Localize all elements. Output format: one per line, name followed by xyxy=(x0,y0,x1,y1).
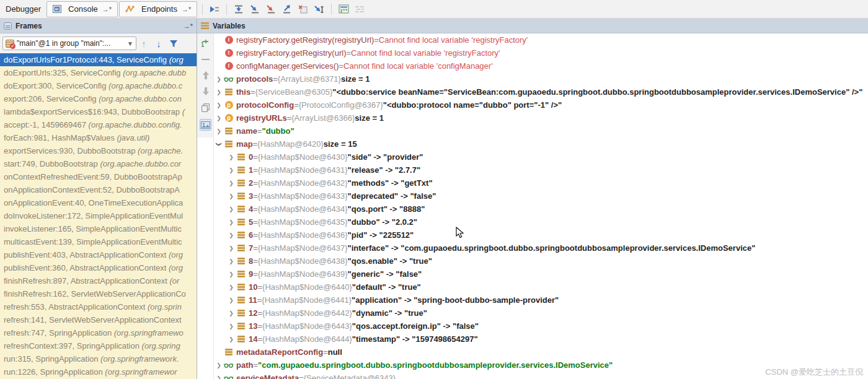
chevron-collapsed-icon[interactable]: ❯ xyxy=(226,297,236,303)
chevron-collapsed-icon[interactable]: ❯ xyxy=(226,167,236,173)
step-over-button[interactable] xyxy=(231,2,247,17)
variable-row[interactable]: ❯4 = {HashMap$Node@6434} "qos.port" -> "… xyxy=(214,203,868,216)
variable-row[interactable]: metadataReportConfig = null xyxy=(214,346,868,359)
frame-row[interactable]: accept:-1, 1459669467 (org.apache.dubbo.… xyxy=(0,118,197,131)
variable-row[interactable]: ❯map = {HashMap@6420} size = 15 xyxy=(214,137,868,150)
step-into-button[interactable] xyxy=(247,2,263,17)
chevron-collapsed-icon[interactable]: ❯ xyxy=(214,362,224,368)
frame-row[interactable]: finishRefresh:162, ServletWebServerAppli… xyxy=(0,287,197,300)
chevron-collapsed-icon[interactable]: ❯ xyxy=(214,102,224,108)
frame-row[interactable]: doExportUrlsFor1Protocol:443, ServiceCon… xyxy=(0,53,197,66)
variable-row[interactable]: ❯protocols = {ArrayList@6371} size = 1 xyxy=(214,72,868,85)
variable-row[interactable]: !registryFactory.getRegistry(url) = Cann… xyxy=(214,46,868,59)
evaluate-expression-button[interactable] xyxy=(335,2,352,17)
hide-frames-button[interactable]: →* xyxy=(184,22,193,30)
previous-frame-button[interactable]: ↑ xyxy=(136,36,151,51)
chevron-collapsed-icon[interactable]: ❯ xyxy=(214,76,224,82)
chevron-collapsed-icon[interactable]: ❯ xyxy=(226,154,236,160)
chevron-collapsed-icon[interactable]: ❯ xyxy=(226,310,236,316)
drop-frame-button[interactable] xyxy=(295,2,311,17)
frame-row[interactable]: doInvokeListener:172, SimpleApplicationE… xyxy=(0,209,197,222)
frame-row[interactable]: export:206, ServiceConfig (org.apache.du… xyxy=(0,92,197,105)
frame-row[interactable]: multicastEvent:139, SimpleApplicationEve… xyxy=(0,235,197,248)
run-to-cursor-button[interactable] xyxy=(311,2,327,17)
frame-row[interactable]: doExport:300, ServiceConfig (org.apache.… xyxy=(0,79,197,92)
frame-row[interactable]: onApplicationEvent:40, OneTimeExecutionA… xyxy=(0,196,197,209)
frame-row[interactable]: forEach:981, HashMap$Values (java.util) xyxy=(0,131,197,144)
variable-row[interactable]: ❯pprotocolConfig = {ProtocolConfig@6367}… xyxy=(214,98,868,111)
chevron-collapsed-icon[interactable]: ❯ xyxy=(214,375,224,379)
force-step-into-button[interactable] xyxy=(263,2,279,17)
move-watch-up-button[interactable] xyxy=(200,69,211,81)
variable-row[interactable]: ❯5 = {HashMap$Node@6435} "dubbo" -> "2.0… xyxy=(214,216,868,229)
variable-row[interactable]: !configManager.getServices() = Cannot fi… xyxy=(214,59,868,72)
variable-row[interactable]: ❯0 = {HashMap$Node@6430} "side" -> "prov… xyxy=(214,150,868,163)
frame-row[interactable]: lambda$exportServices$16:943, DubboBoots… xyxy=(0,105,197,118)
new-watch-button[interactable] xyxy=(200,37,211,49)
variable-row[interactable]: ❯pregistryURLs = {ArrayList@6366} size =… xyxy=(214,111,868,124)
error-icon: ! xyxy=(225,36,233,44)
variable-row[interactable]: ❯8 = {HashMap$Node@6438} "qos.enable" ->… xyxy=(214,255,868,268)
frame-row[interactable]: refreshContext:397, SpringApplication (o… xyxy=(0,339,197,352)
show-execution-point-button[interactable] xyxy=(206,2,223,17)
variable-row[interactable]: ❯10 = {HashMap$Node@6440} "default" -> "… xyxy=(214,281,868,294)
frame-row[interactable]: invokeListener:165, SimpleApplicationEve… xyxy=(0,222,197,235)
variable-segment-val: "dynamic" -> "true" xyxy=(352,308,427,318)
variable-row[interactable]: ❯7 = {HashMap$Node@6437} "interface" -> … xyxy=(214,242,868,255)
variable-row[interactable]: ❯2 = {HashMap$Node@6432} "methods" -> "g… xyxy=(214,176,868,190)
frame-row[interactable]: start:749, DubboBootstrap (org.apache.du… xyxy=(0,157,197,170)
chevron-collapsed-icon[interactable]: ❯ xyxy=(226,193,236,199)
frame-row[interactable]: publishEvent:403, AbstractApplicationCon… xyxy=(0,248,197,261)
variable-segment-val: size = 1 xyxy=(341,74,370,84)
tab-debugger[interactable]: Debugger xyxy=(0,1,46,17)
show-watches-in-variables-button[interactable] xyxy=(200,119,211,131)
tab-console[interactable]: Console →* xyxy=(46,1,118,17)
frame-row[interactable]: publishEvent:360, AbstractApplicationCon… xyxy=(0,261,197,274)
frame-row[interactable]: refresh:553, AbstractApplicationContext … xyxy=(0,300,197,313)
frame-row[interactable]: run:315, SpringApplication (org.springfr… xyxy=(0,352,197,365)
chevron-collapsed-icon[interactable]: ❯ xyxy=(214,89,224,95)
variable-row[interactable]: ❯6 = {HashMap$Node@6436} "pid" -> "22551… xyxy=(214,229,868,242)
chevron-collapsed-icon[interactable]: ❯ xyxy=(214,128,224,134)
chevron-collapsed-icon[interactable]: ❯ xyxy=(226,271,236,277)
variable-row[interactable]: ❯1 = {HashMap$Node@6431} "release" -> "2… xyxy=(214,163,868,176)
variable-row[interactable]: ❯11 = {HashMap$Node@6441} "application" … xyxy=(214,294,868,307)
duplicate-watch-button[interactable] xyxy=(200,102,211,113)
chevron-collapsed-icon[interactable]: ❯ xyxy=(226,323,236,329)
frame-row[interactable]: refresh:141, ServletWebServerApplication… xyxy=(0,313,197,326)
chevron-collapsed-icon[interactable]: ❯ xyxy=(226,206,236,212)
variable-row[interactable]: ❯3 = {HashMap$Node@6433} "deprecated" ->… xyxy=(214,190,868,203)
remove-watch-button[interactable] xyxy=(200,53,211,65)
frame-row[interactable]: exportServices:930, DubboBootstrap (org.… xyxy=(0,144,197,157)
filter-frames-button[interactable] xyxy=(166,36,181,51)
variable-row[interactable]: ❯12 = {HashMap$Node@6442} "dynamic" -> "… xyxy=(214,307,868,320)
variable-row[interactable]: ❯13 = {HashMap$Node@6443} "qos.accept.fo… xyxy=(214,320,868,333)
variable-row[interactable]: ❯14 = {HashMap$Node@6444} "timestamp" ->… xyxy=(214,333,868,346)
chevron-expanded-icon[interactable]: ❯ xyxy=(216,139,222,149)
frame-row[interactable]: refresh:747, SpringApplication (org.spri… xyxy=(0,326,197,339)
variable-row[interactable]: ❯name = "dubbo" xyxy=(214,124,868,137)
frame-row[interactable]: doExportUrls:325, ServiceConfig (org.apa… xyxy=(0,66,197,79)
frame-row[interactable]: onContextRefreshedEvent:59, DubboBootstr… xyxy=(0,170,197,183)
chevron-collapsed-icon[interactable]: ❯ xyxy=(226,219,236,225)
variable-row[interactable]: ❯9 = {HashMap$Node@6439} "generic" -> "f… xyxy=(214,268,868,281)
frame-row[interactable]: onApplicationContextEvent:52, DubboBoots… xyxy=(0,183,197,196)
chevron-collapsed-icon[interactable]: ❯ xyxy=(226,258,236,264)
next-frame-button[interactable]: ↓ xyxy=(151,36,166,51)
chevron-collapsed-icon[interactable]: ❯ xyxy=(226,180,236,186)
frame-row[interactable]: run:1226, SpringApplication (org.springf… xyxy=(0,365,197,378)
tab-endpoints[interactable]: Endpoints →* xyxy=(119,1,197,17)
thread-selector[interactable]: ✓ "main"@1 in group "main":... ▼ xyxy=(2,37,136,50)
variable-row[interactable]: !registryFactory.getRegistry(registryUrl… xyxy=(214,33,868,46)
trace-disabled-button[interactable] xyxy=(352,2,368,17)
step-out-button[interactable] xyxy=(279,2,295,17)
variable-segment-name: serviceMetadata xyxy=(236,373,299,379)
chevron-collapsed-icon[interactable]: ❯ xyxy=(226,336,236,342)
chevron-collapsed-icon[interactable]: ❯ xyxy=(226,245,236,251)
chevron-collapsed-icon[interactable]: ❯ xyxy=(226,232,236,238)
chevron-collapsed-icon[interactable]: ❯ xyxy=(226,284,236,290)
variable-row[interactable]: ❯this = {ServiceBean@6305} "<dubbo:servi… xyxy=(214,85,868,98)
frame-row[interactable]: finishRefresh:897, AbstractApplicationCo… xyxy=(0,274,197,287)
move-watch-down-button[interactable] xyxy=(200,85,211,97)
chevron-collapsed-icon[interactable]: ❯ xyxy=(214,115,224,121)
